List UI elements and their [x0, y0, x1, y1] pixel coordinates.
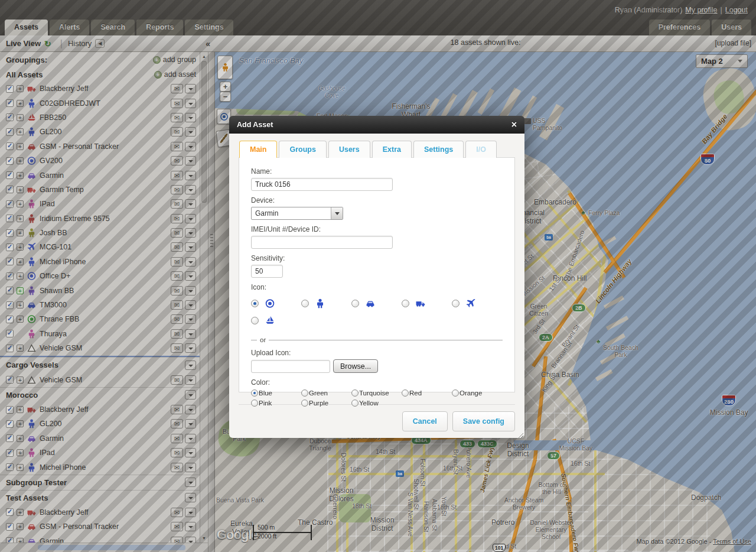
- device-select[interactable]: Garmin: [251, 207, 343, 220]
- terms-of-use-link[interactable]: Terms of Use: [713, 538, 751, 545]
- asset-checkbox[interactable]: [6, 316, 14, 323]
- expand-button[interactable]: [17, 215, 24, 222]
- color-radio[interactable]: [351, 400, 359, 407]
- asset-checkbox[interactable]: [6, 463, 14, 471]
- asset-checkbox[interactable]: [6, 157, 14, 165]
- row-menu-icon[interactable]: [185, 343, 196, 353]
- icon-option[interactable]: [251, 298, 301, 309]
- row-menu-icon[interactable]: [185, 171, 196, 180]
- asset-name[interactable]: Iridium Extreme 9575: [40, 215, 110, 223]
- message-icon[interactable]: [171, 199, 183, 209]
- browse-button[interactable]: Browse...: [333, 359, 378, 373]
- message-icon[interactable]: [171, 405, 183, 414]
- asset-checkbox[interactable]: [6, 171, 14, 179]
- add-group-link[interactable]: add group: [153, 56, 196, 64]
- message-icon[interactable]: [171, 286, 183, 296]
- asset-checkbox[interactable]: [6, 85, 14, 93]
- asset-name[interactable]: Blackberry Jeff: [40, 405, 88, 414]
- asset-name[interactable]: IPad: [40, 200, 55, 208]
- expand-button[interactable]: [17, 114, 24, 121]
- row-menu-icon[interactable]: [185, 185, 196, 194]
- upload-file-link[interactable]: [upload file]: [715, 39, 751, 47]
- logout-link[interactable]: Logout: [725, 6, 748, 14]
- group-menu-icon[interactable]: [185, 390, 196, 400]
- asset-checkbox[interactable]: [6, 215, 14, 222]
- message-icon[interactable]: [171, 508, 183, 517]
- asset-name[interactable]: GL200: [40, 420, 62, 428]
- asset-checkbox[interactable]: [6, 449, 14, 457]
- message-icon[interactable]: [171, 113, 183, 122]
- asset-name[interactable]: Blackberry Jeff: [40, 85, 88, 93]
- asset-checkbox[interactable]: [6, 287, 14, 294]
- group-menu-icon[interactable]: [185, 493, 196, 502]
- row-menu-icon[interactable]: [185, 257, 196, 267]
- expand-button[interactable]: [17, 100, 24, 107]
- color-option[interactable]: Green: [301, 389, 351, 397]
- sidebar-horizontal-scrollbar[interactable]: [0, 543, 208, 552]
- expand-button[interactable]: [17, 157, 24, 164]
- row-menu-icon[interactable]: [185, 329, 196, 339]
- asset-checkbox[interactable]: [6, 420, 14, 428]
- row-menu-icon[interactable]: [185, 300, 196, 310]
- asset-checkbox[interactable]: [6, 330, 14, 337]
- color-option[interactable]: Blue: [251, 389, 301, 397]
- my-profile-link[interactable]: My profile: [685, 6, 717, 14]
- row-menu-icon[interactable]: [185, 214, 196, 223]
- name-input[interactable]: [251, 178, 393, 191]
- expand-button[interactable]: [17, 406, 24, 413]
- icon-option[interactable]: [452, 298, 502, 309]
- message-icon[interactable]: [171, 463, 183, 472]
- expand-button[interactable]: [17, 435, 24, 442]
- nav-tab[interactable]: Users: [712, 20, 751, 35]
- color-option[interactable]: Purple: [301, 400, 351, 407]
- close-icon[interactable]: ×: [511, 120, 517, 129]
- color-radio[interactable]: [452, 389, 459, 397]
- message-icon[interactable]: [171, 314, 183, 324]
- history-back-icon[interactable]: ◀: [95, 39, 105, 48]
- dialog-tab[interactable]: Settings: [413, 141, 464, 158]
- scroll-down-icon[interactable]: ▼: [200, 534, 208, 542]
- color-radio[interactable]: [301, 400, 308, 407]
- message-icon[interactable]: [171, 448, 183, 457]
- expand-button[interactable]: [17, 200, 24, 207]
- asset-name[interactable]: Josh BB: [40, 229, 67, 237]
- collapse-sidebar-icon[interactable]: «: [206, 39, 210, 48]
- dialog-tab[interactable]: Extra: [372, 141, 412, 158]
- message-icon[interactable]: [171, 329, 183, 339]
- asset-name[interactable]: Vehicle GSM: [40, 344, 82, 352]
- asset-checkbox[interactable]: [6, 258, 14, 265]
- asset-checkbox[interactable]: [6, 272, 14, 280]
- message-icon[interactable]: [171, 434, 183, 443]
- icon-radio[interactable]: [402, 300, 409, 307]
- group-label[interactable]: Subgroup Tester: [6, 478, 67, 487]
- dialog-titlebar[interactable]: Add Asset ×: [229, 116, 524, 134]
- color-radio[interactable]: [251, 389, 258, 397]
- message-icon[interactable]: [171, 171, 183, 180]
- asset-name[interactable]: GL200: [40, 128, 62, 136]
- icon-option[interactable]: [251, 316, 301, 326]
- color-option[interactable]: Yellow: [351, 400, 402, 407]
- message-icon[interactable]: [171, 257, 183, 267]
- nav-tab[interactable]: Settings: [185, 20, 233, 35]
- message-icon[interactable]: [171, 300, 183, 310]
- expand-button[interactable]: [17, 143, 24, 150]
- color-option[interactable]: Red: [402, 389, 452, 397]
- expand-button[interactable]: [17, 449, 24, 456]
- asset-name[interactable]: Garmin Temp: [40, 186, 84, 194]
- message-icon[interactable]: [171, 142, 183, 151]
- nav-tab[interactable]: Search: [91, 20, 135, 35]
- row-menu-icon[interactable]: [185, 113, 196, 122]
- asset-checkbox[interactable]: [6, 406, 14, 414]
- expand-button[interactable]: [17, 229, 24, 236]
- expand-button[interactable]: [17, 258, 24, 265]
- asset-name[interactable]: Blackberry Jeff: [40, 508, 88, 517]
- color-option[interactable]: Pink: [251, 400, 301, 407]
- message-icon[interactable]: [171, 375, 183, 385]
- color-option[interactable]: Turquoise: [351, 389, 402, 397]
- row-menu-icon[interactable]: [185, 434, 196, 443]
- message-icon[interactable]: [171, 343, 183, 353]
- icon-option[interactable]: [351, 298, 402, 309]
- group-menu-icon[interactable]: [185, 478, 196, 487]
- expand-button[interactable]: [17, 523, 24, 530]
- expand-button[interactable]: [17, 420, 24, 427]
